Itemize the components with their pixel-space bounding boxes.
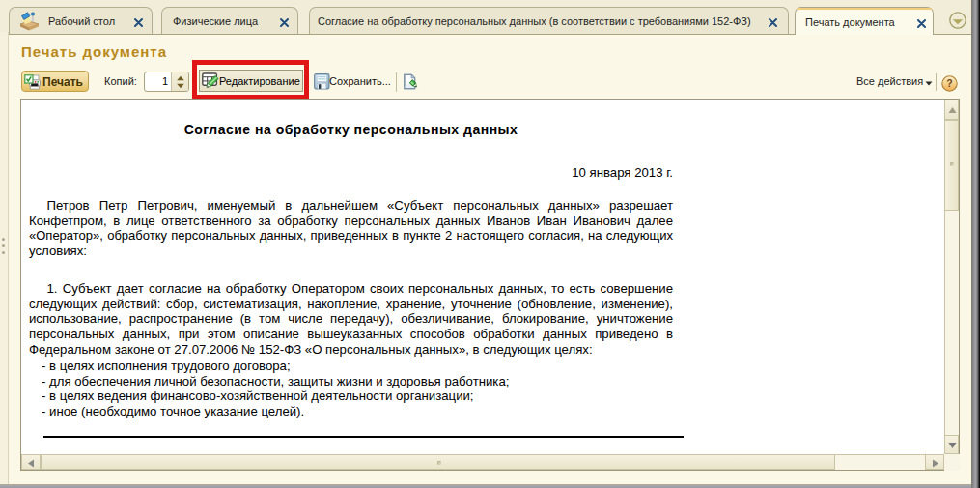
svg-text:?: ? [946,77,952,89]
